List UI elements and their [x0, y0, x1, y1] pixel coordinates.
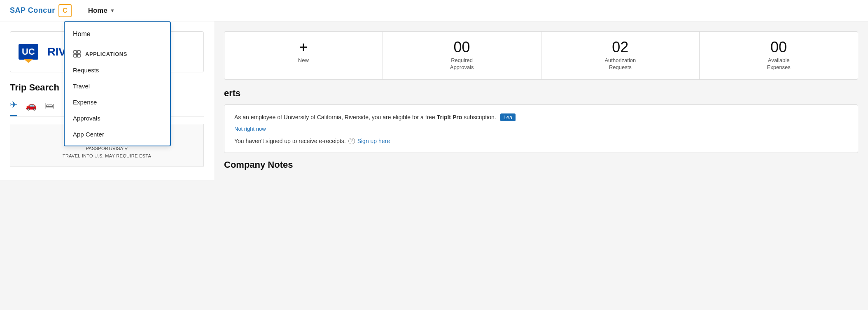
stat-expenses-value: 00	[770, 40, 787, 55]
dropdown-home-item[interactable]: Home	[65, 25, 170, 43]
stat-required-approvals[interactable]: 00 RequiredApprovals	[383, 32, 541, 79]
ereceipt-line: You haven't signed up to receive e-recei…	[234, 138, 848, 144]
stat-auth-value: 02	[612, 40, 628, 55]
dropdown-item-requests[interactable]: Requests	[65, 62, 170, 78]
trip-tab-flight[interactable]: ✈	[10, 99, 17, 116]
tripit-alert-text: As an employee of University of Californ…	[234, 113, 848, 122]
right-panel: + New 00 RequiredApprovals 02 Authorizat…	[214, 21, 868, 180]
svg-rect-1	[77, 51, 80, 53]
svg-rect-2	[74, 54, 77, 57]
alerts-card: As an employee of University of Californ…	[224, 104, 858, 153]
svg-rect-3	[77, 54, 80, 57]
trip-tab-car[interactable]: 🚗	[26, 100, 37, 116]
nav-home-button[interactable]: Home ▼	[85, 5, 118, 16]
stat-approvals-value: 00	[454, 40, 470, 55]
help-icon: ?	[348, 138, 355, 144]
stat-approvals-label: RequiredApprovals	[450, 57, 474, 71]
trip-tab-hotel[interactable]: 🛏	[45, 100, 54, 116]
dropdown-item-approvals[interactable]: Approvals	[65, 110, 170, 126]
stat-new[interactable]: + New	[224, 32, 383, 79]
brand-name: SAP Concur	[10, 6, 55, 15]
stat-new-value: +	[299, 40, 308, 55]
dropdown-items: RequestsTravelExpenseApprovalsApp Center	[65, 62, 170, 142]
stat-auth-label: AuthorizationRequests	[604, 57, 636, 71]
stat-available-expenses[interactable]: 00 AvailableExpenses	[700, 32, 858, 79]
car-icon: 🚗	[26, 100, 37, 111]
dropdown-item-expense[interactable]: Expense	[65, 94, 170, 110]
sign-up-link[interactable]: Sign up here	[357, 138, 390, 144]
nav-home-label: Home	[88, 7, 107, 15]
logo-area: SAP Concur C	[10, 4, 72, 17]
stat-authorization-requests[interactable]: 02 AuthorizationRequests	[541, 32, 700, 79]
company-notes-title: Company Notes	[224, 160, 858, 170]
concur-icon: C	[58, 4, 72, 17]
flight-icon: ✈	[10, 99, 17, 110]
alerts-section-title: erts	[224, 88, 858, 99]
dropdown-item-app-center[interactable]: App Center	[65, 126, 170, 142]
stats-bar: + New 00 RequiredApprovals 02 Authorizat…	[224, 31, 858, 80]
dropdown-item-travel[interactable]: Travel	[65, 78, 170, 94]
stat-expenses-label: AvailableExpenses	[767, 57, 791, 71]
uc-badge: UC	[19, 44, 38, 60]
nav-dropdown-menu: Home APPLICATIONS RequestsTravelExpenseA…	[64, 21, 171, 146]
stat-new-label: New	[298, 57, 309, 64]
dropdown-section-label: APPLICATIONS	[65, 46, 170, 62]
chevron-down-icon: ▼	[110, 8, 115, 14]
learn-more-button[interactable]: Lea	[500, 113, 516, 121]
header: SAP Concur C Home ▼ Home APPLICATIONS Re…	[0, 0, 868, 21]
hotel-icon: 🛏	[45, 100, 54, 111]
applications-icon	[73, 50, 81, 58]
not-right-now-link[interactable]: Not right now	[234, 126, 848, 132]
svg-rect-0	[74, 51, 77, 53]
